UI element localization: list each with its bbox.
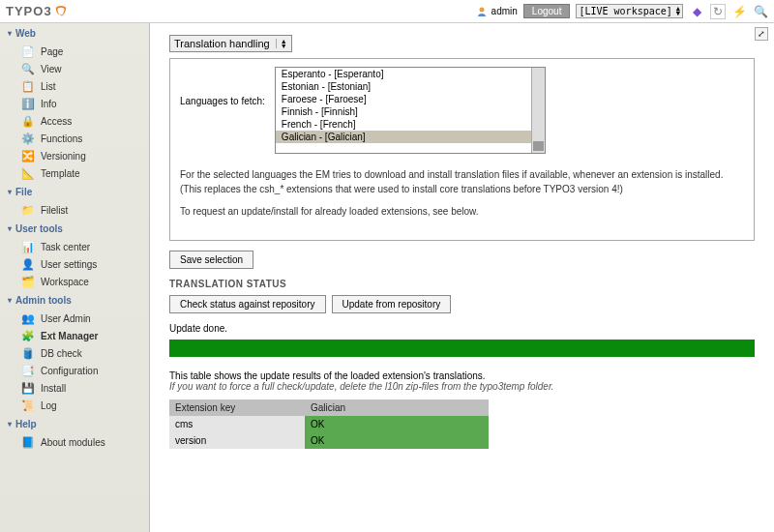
sidebar-item-functions[interactable]: ⚙️Functions (0, 130, 149, 147)
sidebar-group-file[interactable]: File (0, 182, 149, 201)
sidebar-item-filelist[interactable]: 📁Filelist (0, 201, 149, 219)
about-icon: 📘 (21, 435, 35, 449)
dbcheck-icon: 🛢️ (21, 346, 35, 360)
scroll-thumb[interactable] (533, 141, 544, 151)
progress-bar (169, 340, 755, 357)
languages-listbox[interactable]: Esperanto - [Esperanto] Estonian - [Esto… (275, 67, 546, 154)
select-arrows-icon: ▲▼ (276, 39, 287, 48)
sidebar-item-access[interactable]: 🔒Access (0, 112, 149, 130)
list-icon: 📋 (21, 79, 35, 93)
template-icon: 📐 (21, 166, 35, 180)
lang-option[interactable]: French - [French] (276, 118, 545, 131)
translation-panel: Languages to fetch: Esperanto - [Esperan… (169, 58, 755, 241)
sidebar-item-extmanager[interactable]: 🧩Ext Manager (0, 327, 149, 344)
extmanager-icon: 🧩 (21, 329, 35, 342)
lang-option[interactable]: Finnish - [Finnish] (276, 105, 545, 118)
cache-icon[interactable]: ◆ (689, 4, 704, 19)
svg-point-0 (479, 7, 484, 12)
description-text: To request an update/install for already… (180, 204, 744, 219)
results-table: Extension key Galician cms OK version OK (169, 399, 489, 449)
sidebar-group-help[interactable]: Help (0, 414, 149, 433)
config-icon: 📑 (21, 364, 35, 377)
install-icon: 💾 (21, 381, 35, 395)
check-status-button[interactable]: Check status against repository (169, 295, 326, 313)
workspace-icon: 🗂️ (21, 275, 35, 288)
table-row: cms OK (169, 416, 489, 432)
brand-logo: TYPO3 (6, 4, 52, 18)
page-icon: 📄 (21, 44, 35, 58)
sidebar: Web 📄Page 🔍View 📋List ℹ️Info 🔒Access ⚙️F… (0, 23, 150, 532)
bolt-icon[interactable]: ⚡ (731, 4, 747, 19)
info-icon: ℹ️ (21, 97, 35, 110)
results-hint: If you want to force a full check/update… (169, 381, 554, 392)
description-text: For the selected languages the EM tries … (180, 167, 744, 196)
sidebar-item-configuration[interactable]: 📑Configuration (0, 362, 149, 379)
lang-option-selected[interactable]: Galician - [Galician] (276, 131, 545, 143)
workspace-select[interactable]: [LIVE workspace] ▲▼ (576, 4, 683, 18)
versioning-icon: 🔀 (21, 149, 35, 163)
update-done-message: Update done. (169, 323, 755, 334)
log-icon: 📜 (21, 399, 35, 412)
typo3-logo-icon (54, 5, 68, 18)
lang-option[interactable]: Estonian - [Estonian] (276, 80, 545, 93)
sidebar-item-install[interactable]: 💾Install (0, 379, 149, 397)
scrollbar[interactable] (531, 68, 545, 153)
save-selection-button[interactable]: Save selection (169, 251, 253, 269)
access-icon: 🔒 (21, 114, 35, 128)
expand-icon[interactable]: ⤢ (755, 27, 768, 41)
logout-button[interactable]: Logout (523, 4, 571, 18)
current-user: admin (491, 6, 518, 16)
sidebar-item-page[interactable]: 📄Page (0, 43, 149, 60)
languages-label: Languages to fetch: (180, 67, 265, 106)
lang-option[interactable]: Faroese - [Faroese] (276, 93, 545, 105)
sidebar-item-versioning[interactable]: 🔀Versioning (0, 147, 149, 164)
sidebar-item-list[interactable]: 📋List (0, 77, 149, 95)
table-row: version OK (169, 432, 489, 449)
usersettings-icon: 👤 (21, 257, 35, 271)
filelist-icon: 📁 (21, 203, 35, 217)
task-icon: 📊 (21, 240, 35, 253)
view-icon: 🔍 (21, 62, 35, 75)
functions-icon: ⚙️ (21, 132, 35, 145)
sidebar-group-usertools[interactable]: User tools (0, 219, 149, 238)
results-note: This table shows the update results of t… (169, 370, 755, 381)
sidebar-item-taskcenter[interactable]: 📊Task center (0, 238, 149, 255)
col-extension-key: Extension key (169, 399, 305, 416)
sidebar-item-useradmin[interactable]: 👥User Admin (0, 310, 149, 327)
user-icon (476, 6, 488, 17)
refresh-icon[interactable]: ↻ (710, 4, 726, 19)
useradmin-icon: 👥 (21, 311, 35, 325)
sidebar-item-aboutmodules[interactable]: 📘About modules (0, 433, 149, 451)
lang-option[interactable]: Esperanto - [Esperanto] (276, 68, 545, 80)
sidebar-item-dbcheck[interactable]: 🛢️DB check (0, 344, 149, 362)
select-arrows-icon: ▲▼ (676, 7, 680, 16)
sidebar-group-admintools[interactable]: Admin tools (0, 290, 149, 310)
sidebar-group-web[interactable]: Web (0, 23, 149, 43)
search-icon[interactable]: 🔍 (753, 4, 768, 19)
sidebar-item-template[interactable]: 📐Template (0, 164, 149, 182)
sidebar-item-view[interactable]: 🔍View (0, 60, 149, 77)
sidebar-item-log[interactable]: 📜Log (0, 397, 149, 414)
sidebar-item-workspace[interactable]: 🗂️Workspace (0, 273, 149, 290)
col-language: Galician (305, 399, 489, 416)
translation-status-heading: TRANSLATION STATUS (169, 279, 755, 289)
sidebar-item-usersettings[interactable]: 👤User settings (0, 255, 149, 273)
sidebar-item-info[interactable]: ℹ️Info (0, 95, 149, 112)
update-repo-button[interactable]: Update from repository (332, 295, 452, 313)
mode-select[interactable]: Translation handling ▲▼ (169, 35, 292, 52)
